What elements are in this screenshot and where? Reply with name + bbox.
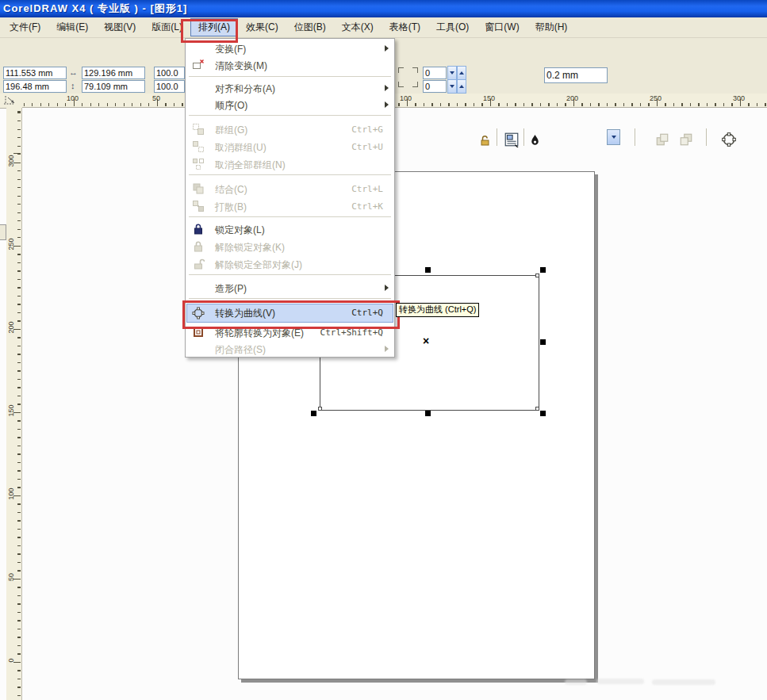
menu-item-break-apart-disabled: 打散(B) Ctrl+K <box>186 197 393 215</box>
hruler-label: 100 <box>67 94 79 102</box>
to-back-button-disabled <box>676 129 696 150</box>
convert-to-curves-button[interactable] <box>719 129 739 150</box>
menu-item-outline-to-object[interactable]: 将轮廓转换为对象(E) Ctrl+Shift+Q <box>186 323 393 341</box>
corner-bracket-icon <box>412 82 418 87</box>
spinner-down-button[interactable] <box>447 66 457 80</box>
title-bar: CorelDRAW X4 ( 专业版 ) - [图形1] <box>0 0 767 17</box>
horizontal-size-icon: ↔ <box>69 67 78 77</box>
combine-icon <box>192 182 205 195</box>
selection-center-marker[interactable]: × <box>423 335 429 346</box>
vertical-ruler[interactable]: 300 250 200 150 100 50 0 <box>6 108 22 700</box>
outline-to-object-icon <box>192 326 205 339</box>
scale-y-field[interactable] <box>154 80 185 93</box>
menu-item-align-distribute[interactable]: 对齐和分布(A) <box>186 79 393 97</box>
menu-item-ungroup-all-disabled: 取消全部群组(N) <box>186 155 393 173</box>
outline-pen-icon <box>529 134 541 147</box>
menu-item-transform[interactable]: 变换(F) <box>186 40 393 57</box>
menu-item-shaping[interactable]: 造形(P) <box>186 279 393 296</box>
padlock-icon <box>478 134 491 147</box>
hruler-label: 200 <box>566 94 578 102</box>
corner-bracket-icon <box>398 67 404 73</box>
triangle-up-icon <box>459 85 464 88</box>
ruler-origin-corner[interactable] <box>0 94 22 109</box>
selection-handle-bottom-right[interactable] <box>540 411 546 416</box>
propbar-separator <box>523 128 525 146</box>
propbar-separator <box>706 128 708 146</box>
group-icon <box>192 123 205 136</box>
submenu-arrow-icon <box>385 85 389 91</box>
spinner-up-button[interactable] <box>457 66 466 80</box>
menu-help[interactable]: 帮助(H) <box>527 18 576 36</box>
order-front-icon <box>655 132 669 147</box>
hruler-label: 300 <box>733 94 745 102</box>
corner-radius-top-field[interactable] <box>423 67 447 79</box>
menu-item-lock-object[interactable]: 锁定对象(L) <box>186 220 393 238</box>
menu-text[interactable]: 文本(X) <box>334 18 382 36</box>
vruler-label: 200 <box>7 320 15 335</box>
outline-pen-button[interactable] <box>527 130 543 151</box>
menu-item-convert-to-curves[interactable]: 转换为曲线(V) Ctrl+Q <box>186 304 393 323</box>
selection-handle-top-right[interactable] <box>540 267 546 273</box>
scale-x-field[interactable] <box>154 67 185 79</box>
spinner-up-button[interactable] <box>457 79 466 94</box>
watermark <box>596 679 644 684</box>
chevron-down-icon <box>612 136 616 139</box>
menu-item-ungroup-disabled: 取消群组(U) Ctrl+U <box>186 138 393 155</box>
submenu-arrow-icon <box>385 346 389 352</box>
lock-ratio-button[interactable] <box>474 130 495 151</box>
hruler-label: 150 <box>483 94 495 102</box>
unlock-all-icon <box>192 258 205 270</box>
clear-transform-icon <box>192 59 205 71</box>
object-y-position-field[interactable] <box>3 80 67 93</box>
menu-file[interactable]: 文件(F) <box>2 18 48 36</box>
submenu-arrow-icon <box>385 45 389 52</box>
spinner-down-button[interactable] <box>447 79 457 94</box>
object-width-field[interactable] <box>82 67 145 79</box>
coreldraw-window: CorelDRAW X4 ( 专业版 ) - [图形1] 文件(F) 编辑(E)… <box>0 0 767 700</box>
vruler-label: 250 <box>7 237 15 251</box>
triangle-up-icon <box>459 71 464 75</box>
menu-window[interactable]: 窗口(W) <box>477 18 527 36</box>
selection-handle-mid-right[interactable] <box>540 339 546 345</box>
triangle-down-icon <box>450 85 454 88</box>
menu-view[interactable]: 视图(V) <box>96 18 144 36</box>
vruler-label: 100 <box>7 487 15 501</box>
ungroup-all-icon <box>192 158 205 170</box>
submenu-arrow-icon <box>385 285 389 291</box>
object-x-position-field[interactable] <box>3 67 67 79</box>
menu-item-unlock-all-disabled: 解除锁定全部对象(J) <box>186 255 393 273</box>
outline-width-dropdown-button[interactable] <box>607 129 620 145</box>
menu-edit[interactable]: 编辑(E) <box>48 18 96 36</box>
break-apart-icon <box>192 200 205 212</box>
selection-handle-bottom-center[interactable] <box>425 411 431 416</box>
propbar-separator <box>635 128 636 146</box>
menu-arrange[interactable]: 排列(A) <box>190 18 238 36</box>
selection-handle-bottom-left[interactable] <box>311 411 316 416</box>
ungroup-icon <box>192 140 205 153</box>
menu-item-order[interactable]: 顺序(O) <box>186 96 393 113</box>
object-height-field[interactable] <box>82 80 145 93</box>
arrange-dropdown-menu: 变换(F) 清除变换(M) 对齐和分布(A) 顺序(O) 群组(G) Ctrl+… <box>185 38 395 358</box>
menu-layout[interactable]: 版面(L) <box>144 18 190 36</box>
menu-tools[interactable]: 工具(O) <box>428 18 477 36</box>
rect-corner-node[interactable] <box>535 273 539 277</box>
menu-separator <box>189 298 391 299</box>
menu-item-close-path-disabled: 闭合路径(S) <box>186 340 393 358</box>
wrap-text-button[interactable] <box>501 129 522 150</box>
menu-bitmaps[interactable]: 位图(B) <box>286 18 334 36</box>
menu-item-clear-transform[interactable]: 清除变换(M) <box>186 56 393 74</box>
convert-to-curves-icon <box>721 132 737 147</box>
menu-effects[interactable]: 效果(C) <box>238 18 286 36</box>
corner-radius-bottom-field[interactable] <box>423 80 447 93</box>
outline-width-combo[interactable] <box>544 67 608 83</box>
menu-table[interactable]: 表格(T) <box>382 18 428 36</box>
triangle-down-icon <box>450 71 454 75</box>
rect-corner-node[interactable] <box>318 407 322 411</box>
toolbox-edge-fragment <box>0 224 6 240</box>
rect-corner-node[interactable] <box>535 407 539 411</box>
selection-handle-top-center[interactable] <box>425 267 431 273</box>
unlock-icon <box>192 240 205 253</box>
vertical-size-icon: ↕ <box>71 81 75 90</box>
menu-separator <box>189 76 391 77</box>
corner-bracket-icon <box>412 67 418 73</box>
